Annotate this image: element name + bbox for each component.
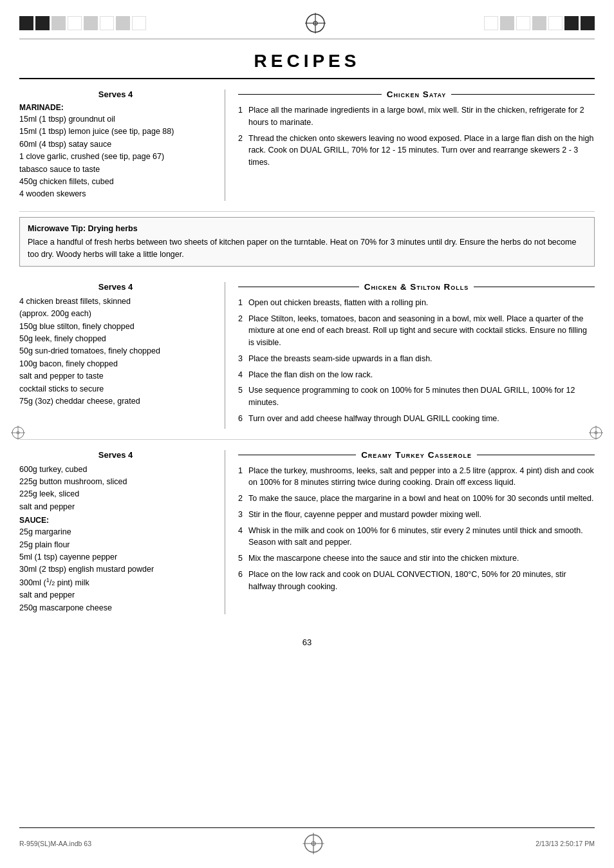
- ingredient-item: 50g leek, finely chopped: [19, 333, 212, 345]
- step-text: Place the breasts seam-side upwards in a…: [248, 353, 595, 365]
- ingredient-item: (approx. 200g each): [19, 308, 212, 320]
- page-title-section: RECIPES: [19, 39, 595, 79]
- step-text: Place the flan dish on the low rack.: [248, 369, 595, 381]
- step-text: Place on the low rack and cook on DUAL C…: [248, 569, 595, 593]
- step-text: Whisk in the milk and cook on 100% for 6…: [248, 525, 595, 549]
- footer-left: R-959(SL)M-AA.indb 63: [19, 840, 91, 847]
- step-5: 5 Mix the mascarpone cheese into the sau…: [238, 552, 595, 565]
- ingredient-item: 225g leek, sliced: [19, 488, 212, 500]
- instructions-chicken-satay: Chicken Satay 1 Place all the marinade i…: [225, 90, 595, 201]
- page-number-section: 63: [0, 637, 614, 647]
- step-text: Mix the mascarpone cheese into the sauce…: [248, 552, 595, 565]
- ingredient-item: 15ml (1 tbsp) groundnut oil: [19, 113, 212, 126]
- page-number: 63: [302, 637, 312, 647]
- step-text: Place Stilton, leeks, tomatoes, bacon an…: [248, 313, 595, 349]
- recipe-chicken-satay: Serves 4 MARINADE: 15ml (1 tbsp) groundn…: [19, 79, 595, 212]
- bar-seg: [564, 16, 579, 30]
- step-4: 4 Place the flan dish on the low rack.: [238, 369, 595, 381]
- step-text: Open out chicken breasts, flatten with a…: [248, 297, 595, 309]
- title-line-right: [474, 287, 595, 287]
- header-bar-right: [484, 15, 595, 31]
- ingredients-chicken-satay: Serves 4 MARINADE: 15ml (1 tbsp) groundn…: [19, 90, 225, 201]
- ingredient-item: 300ml (1/2 pint) milk: [19, 576, 212, 590]
- step-1: 1 Open out chicken breasts, flatten with…: [238, 297, 595, 309]
- sauce-label: SAUCE:: [19, 516, 212, 525]
- step-text: Place all the marinade ingredients in a …: [248, 104, 595, 129]
- side-crosshair-left: [10, 425, 26, 442]
- bar-seg: [484, 16, 498, 30]
- recipe-title-bar-turkey: Creamy Turkey Casserole: [238, 450, 595, 460]
- header-bar-left: [19, 15, 146, 31]
- footer-right: 2/13/13 2:50:17 PM: [535, 840, 595, 847]
- main-content: Serves 4 MARINADE: 15ml (1 tbsp) groundn…: [0, 79, 614, 625]
- bar-seg: [51, 16, 66, 30]
- microwave-tip-box: Microwave Tip: Drying herbs Place a hand…: [19, 217, 595, 267]
- page-footer: R-959(SL)M-AA.indb 63 2/13/13 2:50:17 PM: [0, 827, 614, 855]
- ingredient-item-mustard: 30ml (2 tbsp) english mustard powder: [19, 563, 212, 576]
- title-line-left: [238, 287, 359, 287]
- step-1: 1 Place all the marinade ingredients in …: [238, 104, 595, 129]
- step-text: Place the turkey, mushrooms, leeks, salt…: [248, 465, 595, 489]
- bar-seg: [132, 16, 146, 30]
- step-2: 2 Place Stilton, leeks, tomatoes, bacon …: [238, 313, 595, 349]
- bar-seg: [116, 16, 130, 30]
- step-2: 2 To make the sauce, place the margarine…: [238, 493, 595, 505]
- serves-chicken-satay: Serves 4: [19, 90, 212, 99]
- ingredients-chicken-stilton: Serves 4 4 chicken breast fillets, skinn…: [19, 282, 225, 429]
- recipe-chicken-stilton: Serves 4 4 chicken breast fillets, skinn…: [19, 272, 595, 440]
- step-4: 4 Whisk in the milk and cook on 100% for…: [238, 525, 595, 549]
- ingredient-item: salt and pepper: [19, 589, 212, 601]
- ingredient-item: 450g chicken fillets, cubed: [19, 176, 212, 188]
- bar-seg: [35, 16, 50, 30]
- bar-seg: [516, 16, 530, 30]
- footer-rule: [19, 827, 595, 828]
- side-crosshair-right: [588, 425, 604, 442]
- ingredient-item: tabasco sauce to taste: [19, 164, 212, 176]
- ingredient-item: 225g button mushroom, sliced: [19, 476, 212, 488]
- ingredient-item: 25g margarine: [19, 526, 212, 538]
- step-6: 6 Turn over and add cheese halfway throu…: [238, 413, 595, 425]
- ingredient-item: 60ml (4 tbsp) satay sauce: [19, 138, 212, 151]
- page-title: RECIPES: [19, 51, 595, 71]
- footer-crosshair: [302, 832, 325, 855]
- step-text: To make the sauce, place the margarine i…: [248, 493, 595, 505]
- bar-seg: [548, 16, 563, 30]
- crosshair-icon: [304, 12, 327, 35]
- bar-seg: [581, 16, 595, 30]
- tip-title: Microwave Tip: Drying herbs: [28, 223, 586, 235]
- bar-seg: [500, 16, 514, 30]
- recipe-title-chicken-satay: Chicken Satay: [387, 90, 446, 99]
- step-5: 5 Use sequence programming to cook on 10…: [238, 384, 595, 409]
- recipe-title-turkey: Creamy Turkey Casserole: [361, 450, 472, 460]
- ingredient-item: 4 wooden skewers: [19, 188, 212, 200]
- title-line-right: [451, 94, 595, 95]
- ingredient-item: 600g turkey, cubed: [19, 464, 212, 476]
- bar-seg: [68, 16, 82, 30]
- ingredient-item: 1 clove garlic, crushed (see tip, page 6…: [19, 151, 212, 163]
- bar-seg: [100, 16, 114, 30]
- step-text: Turn over and add cheese halfway through…: [248, 413, 595, 425]
- instructions-chicken-stilton: Chicken & Stilton Rolls 1 Open out chick…: [225, 282, 595, 429]
- step-text: Use sequence programming to cook on 100%…: [248, 384, 595, 409]
- ingredient-item: 75g (3oz) cheddar cheese, grated: [19, 395, 212, 408]
- step-text: Stir in the flour, cayenne pepper and mu…: [248, 509, 595, 521]
- ingredients-creamy-turkey: Serves 4 600g turkey, cubed 225g button …: [19, 450, 225, 614]
- ingredient-item: 4 chicken breast fillets, skinned: [19, 296, 212, 308]
- step-3: 3 Place the breasts seam-side upwards in…: [238, 353, 595, 365]
- ingredient-item: salt and pepper: [19, 501, 212, 513]
- title-line-right: [477, 455, 595, 455]
- serves-chicken-stilton: Serves 4: [19, 282, 212, 292]
- ingredient-item: 150g blue stilton, finely chopped: [19, 321, 212, 333]
- recipe-creamy-turkey: Serves 4 600g turkey, cubed 225g button …: [19, 440, 595, 625]
- ingredient-item: 25g plain flour: [19, 539, 212, 551]
- ingredient-item: 50g sun-dried tomatoes, finely chopped: [19, 345, 212, 357]
- title-line-left: [238, 94, 382, 95]
- ingredient-item: 100g bacon, finely chopped: [19, 358, 212, 370]
- step-3: 3 Stir in the flour, cayenne pepper and …: [238, 509, 595, 521]
- marinade-label: MARINADE:: [19, 103, 212, 112]
- recipe-title-bar-stilton: Chicken & Stilton Rolls: [238, 282, 595, 292]
- ingredient-item: 250g mascarpone cheese: [19, 602, 212, 614]
- bar-seg: [84, 16, 98, 30]
- recipe-title-stilton: Chicken & Stilton Rolls: [364, 282, 469, 292]
- bar-seg: [532, 16, 546, 30]
